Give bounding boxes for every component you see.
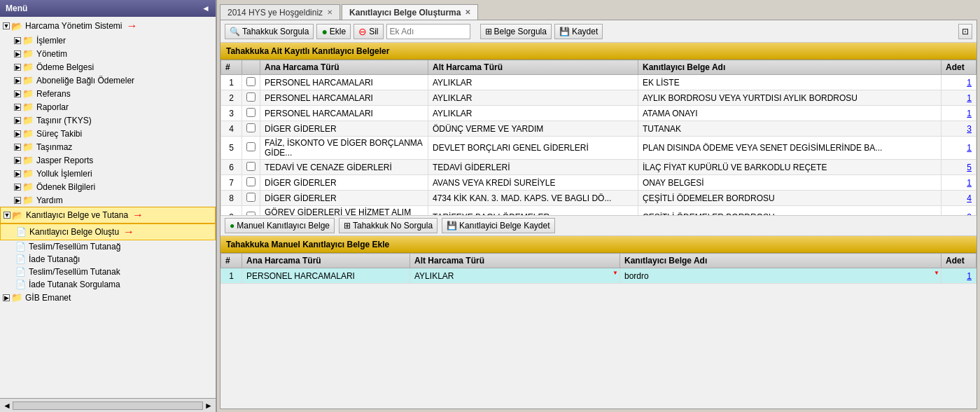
sidebar-label-odeme: Ödeme Belgesi xyxy=(36,62,94,72)
cell-check[interactable] xyxy=(242,137,260,160)
sidebar-item-tasınır[interactable]: ▶ Taşınır (TKYS) xyxy=(0,114,216,127)
sidebar-scroll-left[interactable]: ◄ xyxy=(3,401,11,411)
folder-icon-surec xyxy=(22,128,34,139)
sidebar-item-teslim[interactable]: Teslim/Tesellüm Tutanağ xyxy=(0,240,216,253)
cell-check[interactable] xyxy=(242,75,260,90)
expand-odeme[interactable]: ▶ xyxy=(14,64,21,71)
top-table-container[interactable]: # Ana Harcama Türü Alt Harcama Türü Kanı… xyxy=(220,60,976,215)
cell-kanitlayici: EK LİSTE xyxy=(638,75,941,90)
sidebar-item-abonelik[interactable]: ▶ Aboneliğe Bağlı Ödemeler xyxy=(0,74,216,87)
cell-check[interactable] xyxy=(242,121,260,137)
top-table-row[interactable]: 4 DİGER GİDERLER ÖDÜNÇ VERME VE YARDIM T… xyxy=(221,121,976,137)
sidebar-item-odeme[interactable]: ▶ Ödeme Belgesi xyxy=(0,60,216,74)
col-num-header: # xyxy=(221,60,242,75)
expand-jasper[interactable]: ▶ xyxy=(14,157,21,164)
expand-surec[interactable]: ▶ xyxy=(14,130,21,137)
row-checkbox[interactable] xyxy=(246,108,255,117)
bottom-cell-kanitlayici[interactable]: ▼ xyxy=(620,268,941,284)
maximize-button[interactable]: ⊡ xyxy=(958,24,972,39)
cell-check[interactable] xyxy=(242,106,260,121)
expand-yolluk[interactable]: ▶ xyxy=(14,170,21,177)
sidebar-scroll-right[interactable]: ► xyxy=(204,401,213,411)
sidebar-item-islemler[interactable]: ▶ İşlemler xyxy=(0,34,216,47)
expand-islemler[interactable]: ▶ xyxy=(14,37,21,44)
expand-kanitlayici[interactable]: ▼ xyxy=(4,212,10,219)
tahakkuk-sorgula-button[interactable]: 🔍 Tahakkuk Sorgula xyxy=(225,24,314,39)
expand-tasınmaz[interactable]: ▶ xyxy=(14,144,21,151)
manuel-kanitlayici-button[interactable]: ● Manuel Kanıtlayıcı Belge xyxy=(225,218,335,233)
tahakkuk-no-button[interactable]: ⊞ Tahakkuk No Sorgula xyxy=(339,218,438,233)
sidebar-scrollbar-h[interactable] xyxy=(13,401,203,410)
sidebar-item-teslim2[interactable]: Teslim/Tesellüm Tutanak xyxy=(0,266,216,278)
sidebar-item-tasınmaz[interactable]: ▶ Taşınmaz xyxy=(0,140,216,153)
belge-sorgula-button[interactable]: ⊞ Belge Sorgula xyxy=(480,24,552,39)
row-checkbox[interactable] xyxy=(246,92,255,102)
top-table-row[interactable]: 8 DİGER GİDERLER 4734 KİK KAN. 3. MAD. K… xyxy=(221,191,976,206)
expand-yardim[interactable]: ▶ xyxy=(14,197,21,204)
sidebar-item-odenek[interactable]: ▶ Ödenek Bilgileri xyxy=(0,180,216,193)
row-checkbox[interactable] xyxy=(246,162,255,171)
kanitlayici-kaydet-button[interactable]: 💾 Kanıtlayici Belge Kaydet xyxy=(442,218,554,233)
expand-tasınır[interactable]: ▶ xyxy=(14,117,21,124)
sidebar-item-iade[interactable]: İade Tutanağı xyxy=(0,253,216,266)
sidebar-item-yolluk[interactable]: ▶ Yolluk İşlemleri xyxy=(0,167,216,180)
sidebar-collapse-btn[interactable]: ◄ xyxy=(202,4,210,13)
top-table-row[interactable]: 6 TEDAVİ VE CENAZE GİDERLERİ TEDAVİ GİDE… xyxy=(221,160,976,175)
bottom-table-row[interactable]: 1 PERSONEL HARCAMALARI AYLIKLAR▼ ▼ 1 xyxy=(221,268,976,284)
top-table-row[interactable]: 1 PERSONEL HARCAMALARI AYLIKLAR EK LİSTE… xyxy=(221,75,976,90)
sidebar-item-referans[interactable]: ▶ Referans xyxy=(0,87,216,100)
cell-ana: DİGER GİDERLER xyxy=(260,175,428,191)
sidebar-item-yonetim[interactable]: ▶ Yönetim xyxy=(0,47,216,60)
top-table-row[interactable]: 5 FAİZ, İSKONTO VE DİGER BORÇLANMA GİDE.… xyxy=(221,137,976,160)
cell-check[interactable] xyxy=(242,160,260,175)
top-table-row[interactable]: 3 PERSONEL HARCAMALARI AYLIKLAR ATAMA ON… xyxy=(221,106,976,121)
tab-kanitlayici[interactable]: Kanıtlayıcı Belge Oluşturma ✕ xyxy=(342,4,478,20)
sidebar-item-harcama[interactable]: ▼ Harcama Yönetim Sistemi → xyxy=(0,18,216,34)
cell-ana: PERSONEL HARCAMALARI xyxy=(260,75,428,90)
kaydet-button[interactable]: 💾 Kaydet xyxy=(554,24,603,39)
expand-abonelik[interactable]: ▶ xyxy=(14,77,21,84)
top-table-row[interactable]: 7 DİGER GİDERLER AVANS VEYA KREDİ SUREİY… xyxy=(221,175,976,191)
sil-button[interactable]: ⊖ Sil xyxy=(354,24,383,39)
row-checkbox[interactable] xyxy=(246,123,255,132)
sidebar-item-raporlar[interactable]: ▶ Raporlar xyxy=(0,100,216,114)
sidebar-item-kanitlayici[interactable]: ▼ Kanıtlayıcı Belge ve Tutana → xyxy=(0,207,216,224)
top-table-row[interactable]: 9 GÖREV GİDERLERİ VE HİZMET ALIM GİDERLE… xyxy=(221,206,976,216)
row-checkbox[interactable] xyxy=(246,142,255,151)
expand-harcama[interactable]: ▼ xyxy=(3,22,10,29)
expand-raporlar[interactable]: ▶ xyxy=(14,104,21,111)
expand-gib[interactable]: ▶ xyxy=(3,294,10,301)
folder-icon-islemler xyxy=(22,35,34,46)
cell-check[interactable] xyxy=(242,175,260,191)
top-table-row[interactable]: 2 PERSONEL HARCAMALARI AYLIKLAR AYLIK BO… xyxy=(221,90,976,106)
sidebar-item-kanitlayici-belge[interactable]: Kanıtlayıcı Belge Oluştu → xyxy=(0,224,216,240)
cell-ana: FAİZ, İSKONTO VE DİGER BORÇLANMA GİDE... xyxy=(260,137,428,160)
sidebar-item-surec[interactable]: ▶ Süreç Takibi xyxy=(0,127,216,140)
tab-welcome[interactable]: 2014 HYS ye Hoşgeldiniz ✕ xyxy=(220,4,340,20)
tab-kanitlayici-close[interactable]: ✕ xyxy=(465,8,470,16)
folder-icon-kanitlayici xyxy=(12,210,23,221)
tab-welcome-close[interactable]: ✕ xyxy=(327,8,332,16)
cell-check[interactable] xyxy=(242,206,260,216)
sidebar-item-iade2[interactable]: İade Tutanak Sorgulama xyxy=(0,278,216,291)
kanitlayici-input[interactable] xyxy=(624,271,937,281)
bottom-table-container[interactable]: # Ana Harcama Türü Alt Harcama Türü Kanı… xyxy=(220,253,976,408)
sidebar-item-gib[interactable]: ▶ GİB Emanet xyxy=(0,291,216,304)
sidebar-label-raporlar: Raporlar xyxy=(36,102,69,112)
cell-check[interactable] xyxy=(242,90,260,106)
row-checkbox[interactable] xyxy=(246,77,255,86)
expand-referans[interactable]: ▶ xyxy=(14,90,21,97)
cell-check[interactable] xyxy=(242,191,260,206)
kanitlayici-kaydet-label: Kanıtlayici Belge Kaydet xyxy=(459,221,550,231)
row-checkbox[interactable] xyxy=(246,177,255,186)
sidebar-item-jasper[interactable]: ▶ Jasper Reports xyxy=(0,153,216,167)
expand-odenek[interactable]: ▶ xyxy=(14,184,21,191)
ek-adi-input[interactable] xyxy=(386,24,470,39)
cell-adet: 5 xyxy=(941,160,976,175)
row-checkbox[interactable] xyxy=(246,193,255,202)
expand-yonetim[interactable]: ▶ xyxy=(14,50,21,57)
sidebar-item-yardim[interactable]: ▶ Yardım xyxy=(0,193,216,207)
sil-label: Sil xyxy=(369,27,378,36)
sidebar-label-odenek: Ödenek Bilgileri xyxy=(36,182,95,192)
ekle-button[interactable]: ● Ekle xyxy=(316,24,351,39)
